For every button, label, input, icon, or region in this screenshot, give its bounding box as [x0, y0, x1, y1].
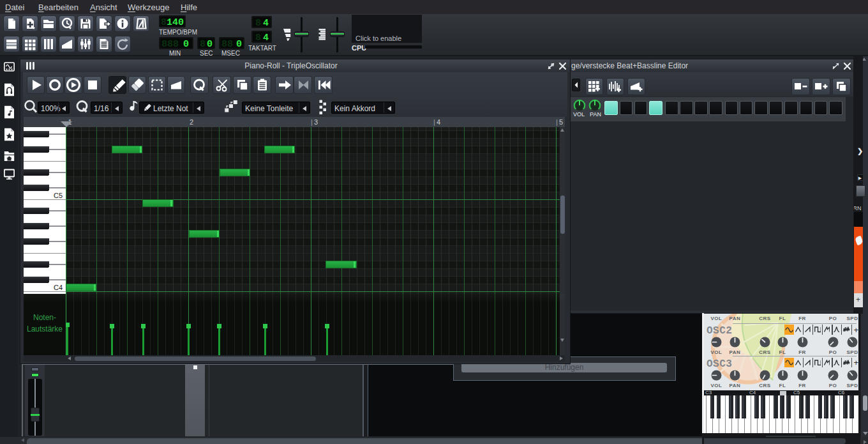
svg-text:C4: C4: [54, 284, 63, 291]
svg-text:C5: C5: [54, 192, 63, 199]
